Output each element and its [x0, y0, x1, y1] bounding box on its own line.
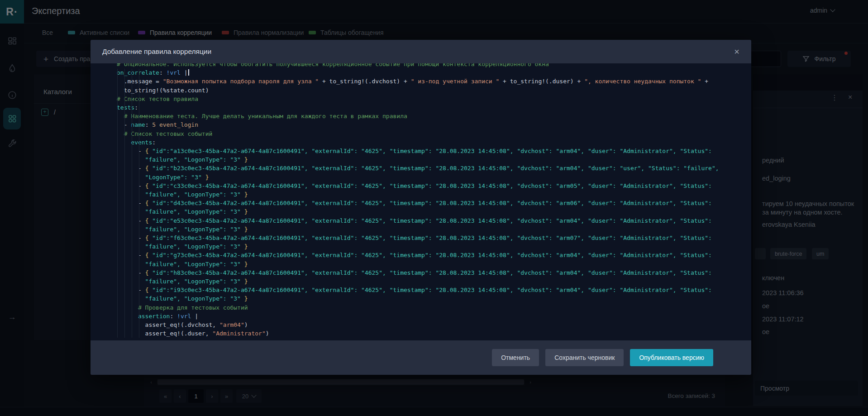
indent-guide — [117, 69, 118, 338]
add-correlation-rule-modal: Добавление правила корреляции × # Опцион… — [91, 40, 751, 375]
code-lines: # Опциональное. Используется чтобы обога… — [91, 63, 751, 338]
indent-guide — [124, 69, 125, 338]
indent-guide — [132, 69, 132, 338]
cancel-button[interactable]: Отменить — [492, 349, 539, 366]
modal-title: Добавление правила корреляции — [102, 48, 211, 56]
publish-version-button[interactable]: Опубликовать версию — [630, 349, 713, 366]
modal-header: Добавление правила корреляции × — [91, 40, 751, 63]
modal-footer: Отменить Сохранить черновик Опубликовать… — [91, 340, 751, 375]
save-draft-button[interactable]: Сохранить черновик — [545, 349, 624, 366]
indent-guide — [139, 69, 139, 338]
modal-close-icon[interactable]: × — [734, 47, 739, 56]
code-editor[interactable]: # Опциональное. Используется чтобы обога… — [91, 63, 751, 340]
app-root: R· → — [0, 0, 868, 416]
